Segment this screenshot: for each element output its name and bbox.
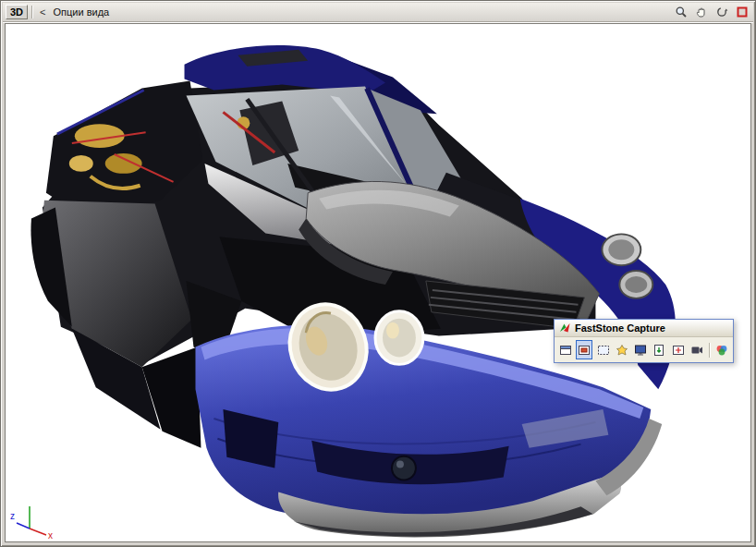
axis-x-label: x <box>48 530 53 540</box>
car-3d-model <box>6 24 750 541</box>
capture-rectangle-icon[interactable] <box>594 340 611 359</box>
settings-icon[interactable] <box>713 340 730 359</box>
zoom-icon[interactable] <box>673 5 689 20</box>
axis-z-line <box>17 523 30 529</box>
axis-gizmo: z x <box>9 499 57 540</box>
faststone-button-row <box>555 337 733 362</box>
orbit-icon[interactable] <box>713 5 730 20</box>
capture-active-window-icon[interactable] <box>557 340 574 359</box>
screen-recorder-icon[interactable] <box>689 340 705 359</box>
app-window: 3D < Опции вида <box>0 0 756 547</box>
3d-viewport[interactable]: z x FastStone Capture <box>5 23 751 542</box>
capture-fullscreen-icon[interactable] <box>632 340 649 359</box>
back-button[interactable]: < <box>36 6 49 19</box>
3d-mode-button[interactable]: 3D <box>6 5 28 19</box>
top-toolbar: 3D < Опции вида <box>3 3 753 22</box>
capture-freehand-icon[interactable] <box>614 340 630 359</box>
toolbar-separator <box>31 6 32 18</box>
faststone-title: FastStone Capture <box>575 322 665 334</box>
toolbar-title: Опции вида <box>54 6 110 18</box>
faststone-logo-icon <box>558 322 571 334</box>
axis-z-label: z <box>10 511 15 521</box>
pan-hand-icon[interactable] <box>693 5 710 20</box>
red-frame-icon[interactable] <box>734 5 750 20</box>
faststone-titlebar[interactable]: FastStone Capture <box>555 320 733 337</box>
axis-x-line <box>30 529 46 535</box>
faststone-capture-panel[interactable]: FastStone Capture <box>554 319 734 363</box>
capture-fixed-region-icon[interactable] <box>669 340 686 359</box>
capture-scrolling-icon[interactable] <box>651 340 667 359</box>
faststone-separator <box>709 343 710 358</box>
capture-window-object-icon[interactable] <box>576 340 592 359</box>
